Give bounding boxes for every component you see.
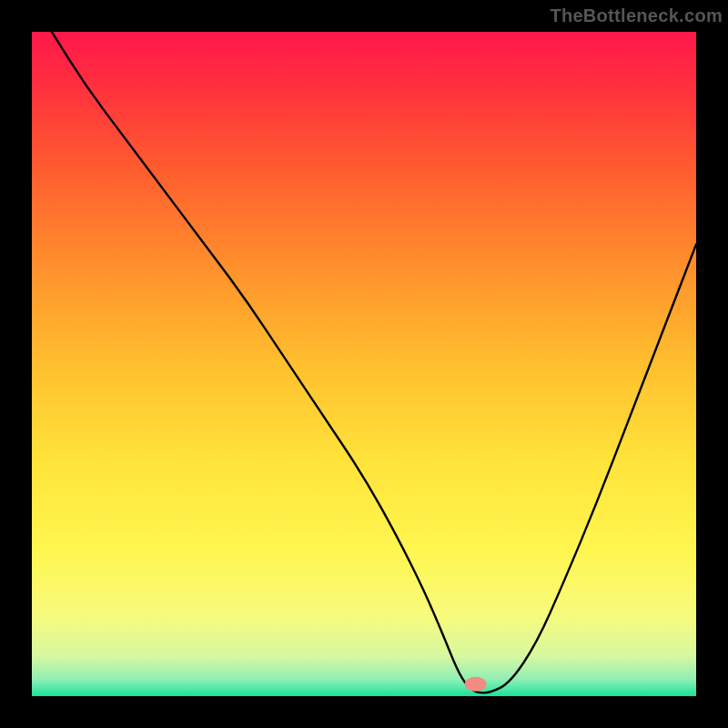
chart-frame: TheBottleneck.com: [0, 0, 728, 728]
bottleneck-chart: [0, 0, 728, 728]
optimal-marker: [465, 677, 487, 692]
gradient-background: [32, 32, 696, 696]
